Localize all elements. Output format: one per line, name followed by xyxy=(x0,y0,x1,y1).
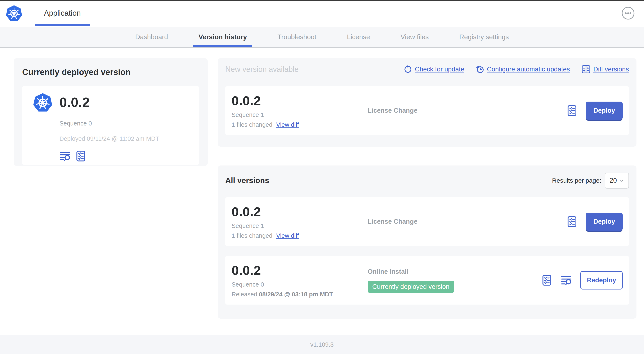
files-changed-text: 1 files changed xyxy=(232,232,272,239)
version-row: 0.0.2 Sequence 0 Released 08/29/24 @ 03:… xyxy=(225,256,629,304)
deployed-timestamp: Deployed 09/11/24 @ 11:02 am MDT xyxy=(60,135,199,142)
app-tab-active-underline xyxy=(35,24,90,26)
app-tab-application[interactable]: Application xyxy=(35,0,90,26)
deployed-card-title: Currently deployed version xyxy=(22,68,199,77)
results-per-page-label: Results per page: xyxy=(552,177,601,184)
deploy-button[interactable]: Deploy xyxy=(586,213,623,231)
kubernetes-logo-icon xyxy=(33,92,53,113)
version-source-type: License Change xyxy=(368,218,418,225)
new-version-title: New version available xyxy=(225,65,298,74)
deploy-logs-icon[interactable] xyxy=(60,150,71,162)
preflight-checks-icon[interactable] xyxy=(566,216,578,227)
version-number: 0.0.2 xyxy=(232,204,368,219)
currently-deployed-card: Currently deployed version 0.0.2 Sequenc… xyxy=(14,58,208,166)
app-title: Application xyxy=(44,9,81,18)
deploy-logs-icon[interactable] xyxy=(561,274,572,286)
deployed-sequence: Sequence 0 xyxy=(60,120,199,127)
version-number: 0.0.2 xyxy=(232,263,368,278)
version-sequence: Sequence 1 xyxy=(232,222,368,229)
chevron-down-icon xyxy=(619,178,624,183)
tab-registry-settings[interactable]: Registry settings xyxy=(454,27,514,47)
tab-version-history[interactable]: Version history xyxy=(193,27,252,47)
version-sequence: Sequence 1 xyxy=(232,111,368,118)
app-header: Application xyxy=(0,0,644,26)
tab-license[interactable]: License xyxy=(342,27,376,47)
deploy-button[interactable]: Deploy xyxy=(586,102,623,120)
files-changed-text: 1 files changed xyxy=(232,121,272,128)
preflight-checks-icon[interactable] xyxy=(566,105,578,117)
currently-deployed-badge: Currently deployed version xyxy=(368,281,454,293)
diff-versions-link[interactable]: Diff versions xyxy=(581,65,629,74)
scheduled-update-icon xyxy=(476,65,484,74)
all-versions-title: All versions xyxy=(225,176,269,185)
tab-dashboard[interactable]: Dashboard xyxy=(130,27,174,47)
console-version: v1.109.3 xyxy=(310,341,334,348)
diff-icon xyxy=(581,65,591,74)
app-nav: Dashboard Version history Troubleshoot L… xyxy=(0,27,644,48)
version-source-type: License Change xyxy=(368,107,418,114)
all-versions-card: All versions Results per page: 20 0.0.2 … xyxy=(218,165,636,319)
released-timestamp: Released 08/29/24 @ 03:18 pm MDT xyxy=(232,291,368,298)
new-version-card: New version available Check for update C… xyxy=(218,58,636,147)
version-sequence: Sequence 0 xyxy=(232,281,368,288)
version-source-type: Online Install xyxy=(368,268,408,275)
preflight-checks-icon[interactable] xyxy=(75,150,87,162)
tab-troubleshoot[interactable]: Troubleshoot xyxy=(272,27,322,47)
results-per-page-select[interactable]: 20 xyxy=(605,173,629,189)
view-diff-link[interactable]: View diff xyxy=(276,232,299,239)
version-number: 0.0.2 xyxy=(232,93,368,108)
window-top-edge xyxy=(0,0,644,1)
check-for-update-link[interactable]: Check for update xyxy=(404,65,464,74)
view-diff-link[interactable]: View diff xyxy=(276,121,299,128)
deployed-version-panel: 0.0.2 Sequence 0 Deployed 09/11/24 @ 11:… xyxy=(22,86,199,165)
configure-automatic-updates-link[interactable]: Configure automatic updates xyxy=(476,65,570,74)
tab-view-files[interactable]: View files xyxy=(395,27,434,47)
refresh-icon xyxy=(404,65,412,74)
kubernetes-logo-icon xyxy=(6,5,22,22)
more-options-icon[interactable] xyxy=(622,7,635,20)
app-footer: v1.109.3 xyxy=(0,335,644,354)
version-row: 0.0.2 Sequence 1 1 files changed View di… xyxy=(225,197,629,246)
preflight-checks-icon[interactable] xyxy=(541,274,553,286)
redeploy-button[interactable]: Redeploy xyxy=(580,271,623,289)
deployed-version-number: 0.0.2 xyxy=(60,95,90,110)
new-version-row: 0.0.2 Sequence 1 1 files changed View di… xyxy=(225,86,629,135)
